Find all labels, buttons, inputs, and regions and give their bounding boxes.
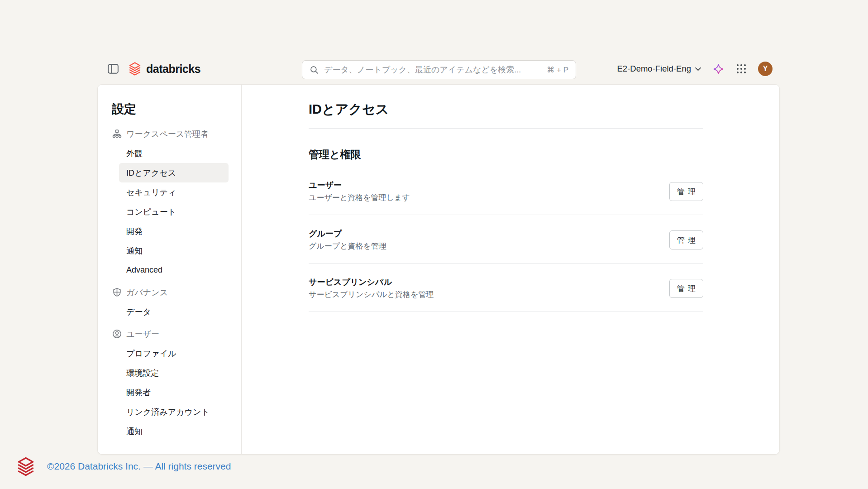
manage-button-label: 管理 — [677, 235, 699, 245]
databricks-wordmark: databricks — [146, 62, 200, 76]
sidebar-group-user: ユーザー — [98, 324, 241, 344]
sidebar-title: 設定 — [98, 100, 241, 118]
settings-main: IDとアクセス 管理と権限 ユーザー ユーザーと資格を管理します 管理 グループ — [242, 85, 779, 454]
sidebar-item-data[interactable]: データ — [119, 302, 229, 321]
user-avatar[interactable]: Y — [758, 62, 773, 76]
manage-button-label: 管理 — [677, 283, 699, 294]
databricks-logo[interactable]: databricks — [128, 62, 200, 76]
search-input[interactable] — [324, 65, 542, 75]
search-shortcut-hint: ⌘ + P — [547, 65, 568, 75]
app-switcher-button[interactable] — [736, 63, 747, 74]
settings-sidebar: 設定 ワークスペース管理者 外観 IDとア — [98, 85, 242, 454]
sidebar-item-user-notifications[interactable]: 通知 — [119, 422, 229, 441]
sidebar-item-identity-access[interactable]: IDとアクセス — [119, 163, 229, 182]
permission-row-users: ユーザー ユーザーと資格を管理します 管理 — [309, 167, 703, 215]
sidebar-item-security[interactable]: セキュリティ — [119, 182, 229, 202]
title-divider — [309, 128, 703, 129]
databricks-settings-page: databricks ⌘ + P E2-Demo-Field-Eng — [0, 0, 868, 489]
manage-users-button[interactable]: 管理 — [669, 182, 703, 201]
global-search[interactable]: ⌘ + P — [302, 60, 576, 79]
row-title: ユーザー — [309, 180, 410, 191]
row-description: サービスプリンシパルと資格を管理 — [309, 290, 434, 300]
sidebar-item-profile[interactable]: プロファイル — [119, 344, 229, 363]
sidebar-group-label: ワークスペース管理者 — [126, 129, 209, 139]
sparkle-icon — [712, 63, 725, 75]
row-description: グループと資格を管理 — [309, 241, 386, 251]
search-icon — [310, 65, 319, 75]
workspace-name: E2-Demo-Field-Eng — [617, 64, 691, 74]
page-footer: ©2026 Databricks Inc. — All rights reser… — [16, 455, 231, 478]
workspace-admin-icon — [112, 129, 122, 139]
sidebar-item-appearance[interactable]: 外観 — [119, 144, 229, 163]
workspace-selector[interactable]: E2-Demo-Field-Eng — [617, 64, 701, 74]
row-text: グループ グループと資格を管理 — [309, 229, 386, 251]
grid-dots-icon — [736, 63, 747, 74]
row-description: ユーザーと資格を管理します — [309, 193, 410, 203]
sidebar-group-governance: ガバナンス — [98, 283, 241, 302]
sidebar-item-advanced[interactable]: Advanced — [119, 260, 229, 280]
copyright-text: ©2026 Databricks Inc. — All rights reser… — [47, 461, 231, 472]
panel-left-icon — [107, 63, 119, 75]
manage-groups-button[interactable]: 管理 — [669, 230, 703, 249]
databricks-footer-logo-icon — [16, 456, 35, 477]
top-bar-left: databricks — [107, 58, 200, 80]
sidebar-item-compute[interactable]: コンピュート — [119, 202, 229, 221]
row-title: グループ — [309, 229, 386, 239]
assistant-button[interactable] — [712, 63, 725, 75]
sidebar-group-label: ガバナンス — [126, 287, 168, 298]
manage-service-principals-button[interactable]: 管理 — [669, 279, 703, 298]
page-title: IDとアクセス — [309, 101, 703, 117]
row-title: サービスプリンシパル — [309, 277, 434, 288]
row-text: ユーザー ユーザーと資格を管理します — [309, 180, 410, 203]
sidebar-item-preferences[interactable]: 環境設定 — [119, 363, 229, 383]
shield-icon — [112, 288, 122, 297]
settings-panel: 設定 ワークスペース管理者 外観 IDとア — [97, 84, 780, 455]
sidebar-group-workspace-admin: ワークスペース管理者 — [98, 124, 241, 144]
permission-row-groups: グループ グループと資格を管理 管理 — [309, 215, 703, 264]
databricks-mark-icon — [128, 62, 142, 76]
top-bar-right: E2-Demo-Field-Eng — [617, 58, 773, 80]
sidebar-item-development[interactable]: 開発 — [119, 221, 229, 241]
sidebar-item-developer[interactable]: 開発者 — [119, 383, 229, 402]
user-circle-icon — [112, 329, 122, 339]
sidebar-group-label: ユーザー — [126, 329, 159, 340]
sidebar-item-notifications[interactable]: 通知 — [119, 241, 229, 260]
permission-row-service-principals: サービスプリンシパル サービスプリンシパルと資格を管理 管理 — [309, 264, 703, 312]
sidebar-item-linked-accounts[interactable]: リンク済みアカウント — [119, 402, 229, 422]
chevron-down-icon — [695, 67, 701, 71]
section-heading: 管理と権限 — [309, 148, 703, 161]
sidebar-toggle-button[interactable] — [107, 63, 119, 75]
top-bar: databricks ⌘ + P E2-Demo-Field-Eng — [97, 58, 780, 80]
row-text: サービスプリンシパル サービスプリンシパルと資格を管理 — [309, 277, 434, 300]
manage-button-label: 管理 — [677, 187, 699, 197]
